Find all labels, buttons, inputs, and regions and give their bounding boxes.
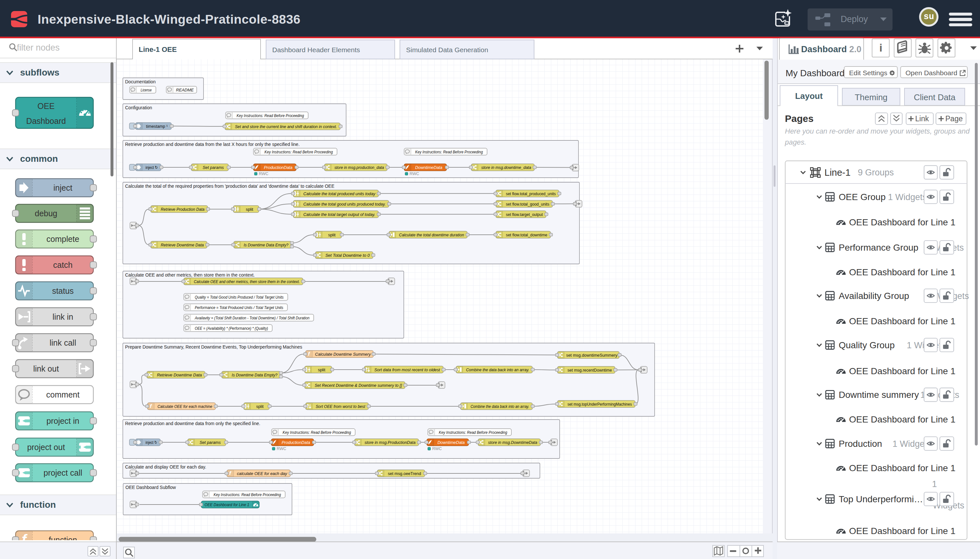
svg-text:store in msg.production_data: store in msg.production_data — [335, 165, 384, 170]
svg-text:set msg.recentDowntime: set msg.recentDowntime — [568, 368, 612, 372]
svg-text:OEE Dashboard for Line 1: OEE Dashboard for Line 1 — [849, 217, 955, 227]
svg-text:OEE Dashboard for Line 1: OEE Dashboard for Line 1 — [849, 414, 955, 425]
svg-text:OEE Dashboard for Line 1: OEE Dashboard for Line 1 — [849, 526, 955, 536]
svg-text:project out: project out — [27, 443, 65, 452]
svg-text:Calculate OEE and other metric: Calculate OEE and other metrics, then st… — [125, 272, 255, 278]
svg-text:Key Instructions: Read Before: Key Instructions: Read Before Proceeding — [415, 149, 483, 154]
svg-text:split: split — [246, 207, 253, 212]
svg-text:inject: inject — [53, 183, 72, 192]
svg-text:link out: link out — [33, 364, 59, 373]
svg-text:Here you can re-order and move: Here you can re-order and move your widg… — [785, 127, 970, 135]
svg-text:RWC: RWC — [432, 447, 442, 451]
svg-text:Page: Page — [945, 114, 963, 123]
svg-text:RWC: RWC — [259, 172, 268, 176]
svg-text:Sort data from most recent to: Sort data from most recent to oldest — [374, 367, 440, 372]
svg-text:catch: catch — [53, 260, 73, 270]
svg-text:inject ↻: inject ↻ — [145, 165, 158, 170]
svg-text:split: split — [318, 367, 325, 372]
svg-text:Quality = Total Good Units Pro: Quality = Total Good Units Produced / To… — [195, 295, 284, 299]
svg-text:set msg.downtimeSummery: set msg.downtimeSummery — [566, 353, 617, 358]
svg-text:set msg.oeeTrend: set msg.oeeTrend — [388, 471, 421, 476]
svg-text:store in msg.ProductionData: store in msg.ProductionData — [365, 440, 416, 445]
svg-text:split: split — [256, 404, 264, 409]
svg-text:Calculate OEE and other metric: Calculate OEE and other metrics, then st… — [194, 279, 300, 284]
svg-text:set flow.total_produced_units: set flow.total_produced_units — [506, 191, 556, 196]
svg-text:pages.: pages. — [785, 138, 806, 146]
svg-text:OEE Dashboard for Line 1: OEE Dashboard for Line 1 — [849, 267, 955, 277]
svg-text:Downtime summery: Downtime summery — [839, 390, 919, 400]
svg-text:OEE Dashboard Subflow: OEE Dashboard Subflow — [125, 485, 176, 490]
svg-text:Performance = Total Produced U: Performance = Total Produced Units / Tot… — [195, 305, 284, 310]
svg-text:DowntimeData: DowntimeData — [415, 165, 442, 170]
svg-text:9 Groups: 9 Groups — [858, 168, 894, 177]
svg-text:OEE Dashboard for Line 1: OEE Dashboard for Line 1 — [205, 502, 249, 507]
svg-text:OEE Dashboard for Line 1: OEE Dashboard for Line 1 — [849, 316, 955, 326]
svg-text:1: 1 — [932, 479, 937, 489]
svg-text:Key Instructions: Read Before: Key Instructions: Read Before Proceeding — [264, 149, 333, 154]
svg-text:complete: complete — [46, 235, 79, 243]
svg-text:Retrieve Production Data: Retrieve Production Data — [161, 207, 205, 212]
svg-text:Production: Production — [839, 439, 882, 449]
svg-text:Top Underperformi…: Top Underperformi… — [839, 494, 923, 504]
svg-text:set flow.total_good_units: set flow.total_good_units — [506, 202, 549, 207]
svg-text:Is Downtime Data Empty?: Is Downtime Data Empty? — [232, 372, 278, 377]
svg-text:inject ↻: inject ↻ — [145, 440, 157, 445]
svg-text:store in msg.downtime_data: store in msg.downtime_data — [481, 165, 531, 170]
svg-text:Link: Link — [915, 114, 929, 123]
svg-text:Availavity = (Total Shift Dura: Availavity = (Total Shift Duration - Tot… — [195, 316, 310, 320]
svg-text:Performance Group: Performance Group — [839, 243, 919, 253]
svg-text:Calculate the total good units: Calculate the total good units produced … — [304, 202, 386, 207]
svg-text:function: function — [49, 535, 77, 540]
svg-text:calculate OEE for each day: calculate OEE for each day — [237, 471, 288, 476]
svg-text:ProductionData: ProductionData — [282, 440, 310, 445]
svg-text:status: status — [52, 286, 74, 295]
svg-text:Set and store the current line: Set and store the current line and shift… — [235, 124, 337, 129]
svg-text:Key Instructions: Read Before: Key Instructions: Read Before Proceeding — [237, 113, 304, 118]
svg-text:RWC: RWC — [410, 172, 419, 176]
svg-text:Set params: Set params — [200, 440, 221, 445]
svg-text:Retrieve production and downti: Retrieve production and downtime data fr… — [125, 142, 300, 147]
svg-text:set msg.topUnderPerformingMach: set msg.topUnderPerformingMachines — [568, 402, 632, 407]
svg-text:Retrieve production and downti: Retrieve production and downtime data fr… — [125, 421, 260, 426]
svg-text:Set params: Set params — [203, 165, 224, 170]
svg-text:DowntimeData: DowntimeData — [437, 440, 465, 445]
svg-text:Key Instructions: Read Before: Key Instructions: Read Before Proceeding — [439, 430, 507, 435]
svg-text:OEE = (Availability) * (Perfor: OEE = (Availability) * (Performance) * (… — [195, 326, 268, 331]
svg-text:Calculate and display OEE for: Calculate and display OEE for each day. — [125, 464, 206, 470]
svg-text:set flow.total_downtime: set flow.total_downtime — [506, 233, 547, 237]
svg-text:Quality Group: Quality Group — [839, 340, 895, 350]
svg-text:debug: debug — [35, 209, 57, 218]
svg-text:Line-1: Line-1 — [825, 167, 851, 178]
svg-text:Availability Group: Availability Group — [839, 291, 909, 301]
svg-text:timestamp ¹: timestamp ¹ — [146, 124, 168, 129]
svg-text:Set Total Downtime to 0: Set Total Downtime to 0 — [325, 253, 370, 258]
svg-text:Combine the data back into an: Combine the data back into an array. — [466, 367, 529, 372]
svg-text:Calculate the total produced u: Calculate the total produced units today — [304, 191, 376, 196]
svg-text:OEE: OEE — [38, 101, 55, 111]
svg-text:OEE Dashboard for Line 1: OEE Dashboard for Line 1 — [849, 463, 955, 473]
svg-text:comment: comment — [46, 390, 80, 399]
svg-text:ProductionData: ProductionData — [264, 165, 292, 170]
svg-text:Configuration: Configuration — [125, 105, 152, 110]
svg-text:Calculate the total target out: Calculate the total target output of tod… — [304, 212, 375, 217]
svg-text:README: README — [176, 88, 194, 93]
svg-text:License: License — [141, 88, 152, 93]
svg-text:OEE Group: OEE Group — [839, 192, 886, 202]
svg-text:project call: project call — [43, 468, 82, 477]
svg-text:Combine the data back into an: Combine the data back into an array. — [470, 404, 529, 409]
svg-text:Pages: Pages — [785, 113, 813, 124]
svg-text:Retrieve Downtime Data: Retrieve Downtime Data — [161, 243, 204, 247]
svg-text:Calculate OEE for each machine: Calculate OEE for each machine — [157, 404, 212, 409]
svg-text:Retrieve Downtime Data: Retrieve Downtime Data — [157, 372, 202, 377]
svg-text:Calculate the total of the req: Calculate the total of the required prop… — [125, 184, 335, 189]
svg-text:project in: project in — [46, 416, 79, 425]
svg-text:Calculate Downtime Summery: Calculate Downtime Summery — [315, 352, 371, 357]
svg-text:Set Recent Downtime & Downtime: Set Recent Downtime & Downtime summery t… — [315, 383, 402, 388]
svg-text:link call: link call — [49, 338, 76, 347]
svg-text:Documentation: Documentation — [125, 79, 155, 84]
svg-text:set flow.target_output: set flow.target_output — [506, 212, 543, 217]
svg-text:OEE Dashboard for Line 1: OEE Dashboard for Line 1 — [849, 366, 955, 376]
svg-text:Key Instructions: Read Before: Key Instructions: Read Before Proceeding — [282, 430, 351, 435]
svg-text:Sort OEE from worst to best: Sort OEE from worst to best — [316, 404, 365, 409]
svg-text:Prepare Downtime Summary, Rece: Prepare Downtime Summary, Recent Downtim… — [125, 344, 302, 349]
